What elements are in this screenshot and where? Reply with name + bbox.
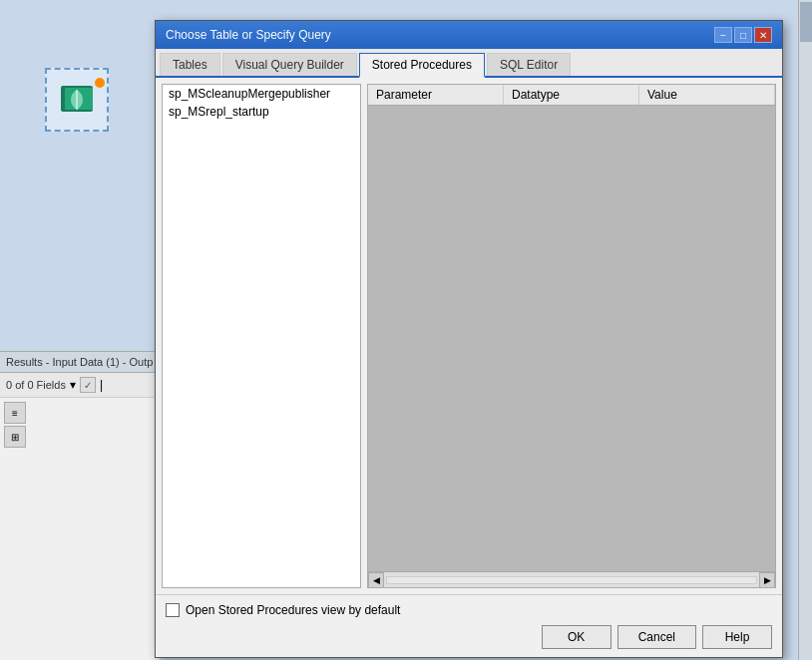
ok-button[interactable]: OK	[542, 625, 611, 649]
tab-stored-procedures[interactable]: Stored Procedures	[359, 53, 485, 78]
scrollbar-thumb[interactable]	[800, 2, 812, 42]
dialog-title: Choose Table or Specify Query	[166, 28, 331, 42]
data-icon-button[interactable]: ⊞	[4, 426, 26, 448]
close-button[interactable]: ✕	[754, 27, 772, 43]
parameters-grid: Parameter Datatype Value ◀ ▶	[367, 84, 776, 588]
fields-count: 0 of 0 Fields	[6, 379, 66, 391]
bottom-panel: Results - Input Data (1) - Outp 0 of 0 F…	[0, 351, 160, 660]
list-item-1[interactable]: sp_MScleanupMergepublisher	[163, 85, 360, 103]
restore-button[interactable]: □	[734, 27, 752, 43]
table-icon-button[interactable]: ≡	[4, 402, 26, 424]
scroll-right-arrow[interactable]: ▶	[759, 572, 775, 588]
stored-procedures-list[interactable]: sp_MScleanupMergepublisher sp_MSrepl_sta…	[162, 84, 361, 588]
cancel-button[interactable]: Cancel	[617, 625, 696, 649]
grid-header: Parameter Datatype Value	[368, 85, 775, 106]
orange-dot	[95, 78, 105, 88]
titlebar-buttons: − □ ✕	[714, 27, 772, 43]
bottom-panel-header: Results - Input Data (1) - Outp	[0, 352, 160, 373]
col-value: Value	[639, 85, 775, 105]
col-parameter: Parameter	[368, 85, 504, 105]
checkbox-row: Open Stored Procedures view by default	[166, 603, 772, 617]
sidebar-icons: ≡ ⊞	[0, 398, 160, 452]
workspace-scrollbar[interactable]	[798, 0, 812, 660]
button-row: OK Cancel Help	[166, 625, 772, 649]
dialog-footer: Open Stored Procedures view by default O…	[156, 594, 782, 657]
checkbox-label: Open Stored Procedures view by default	[186, 603, 400, 617]
help-button[interactable]: Help	[702, 625, 772, 649]
tab-tables[interactable]: Tables	[160, 53, 220, 76]
list-item-2[interactable]: sp_MSrepl_startup	[163, 103, 360, 121]
panel-header-text: Results - Input Data (1) - Outp	[6, 356, 153, 368]
col-datatype: Datatype	[504, 85, 639, 105]
horizontal-scrollbar[interactable]: ◀ ▶	[368, 571, 775, 587]
grid-body	[368, 106, 775, 571]
scroll-left-arrow[interactable]: ◀	[368, 572, 384, 588]
fields-bar: 0 of 0 Fields ▾ ✓ |	[0, 373, 160, 398]
book-icon	[57, 80, 97, 120]
tab-sql-editor[interactable]: SQL Editor	[487, 53, 571, 76]
separator: |	[100, 378, 103, 392]
tab-bar: Tables Visual Query Builder Stored Proce…	[156, 49, 782, 78]
dialog: Choose Table or Specify Query − □ ✕ Tabl…	[155, 20, 783, 658]
tab-visual-query-builder[interactable]: Visual Query Builder	[222, 53, 357, 76]
dropdown-arrow-icon[interactable]: ▾	[70, 378, 76, 392]
dialog-titlebar: Choose Table or Specify Query − □ ✕	[156, 21, 782, 49]
dialog-body: sp_MScleanupMergepublisher sp_MSrepl_sta…	[156, 78, 782, 594]
minimize-button[interactable]: −	[714, 27, 732, 43]
node-icon[interactable]	[45, 68, 109, 132]
scroll-track[interactable]	[386, 576, 757, 584]
check-button[interactable]: ✓	[80, 377, 96, 393]
fields-dropdown[interactable]: ▾	[70, 378, 76, 392]
open-by-default-checkbox[interactable]	[166, 603, 180, 617]
